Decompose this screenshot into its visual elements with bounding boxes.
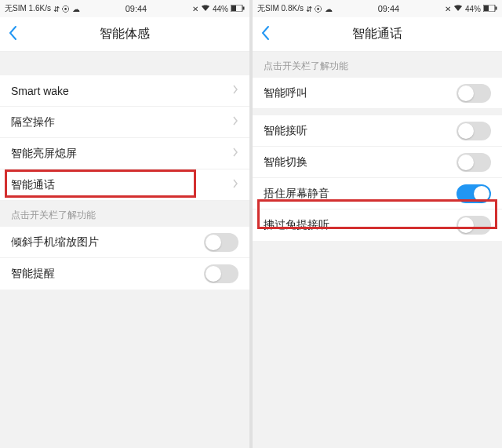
status-bar: 无SIM 1.6K/s ⇵ 🖸 ☁ 09:44 ✕ 44% [0,0,249,17]
clock-icon: 🖸 [62,5,70,13]
battery-icon [231,5,245,13]
page-title: 智能通话 [352,26,402,42]
chevron-right-icon [232,115,238,129]
svg-rect-4 [484,5,489,11]
battery-text: 44% [465,5,481,13]
item-label: 拂过免提接听 [264,218,329,232]
smart-switch-item[interactable]: 智能切换 [253,147,502,178]
svg-rect-1 [231,5,236,11]
toggle-knob [206,266,221,282]
usb-icon: ⇵ [53,5,60,13]
air-gesture-item[interactable]: 隔空操作 [0,107,249,138]
battery-text: 44% [213,5,228,13]
chevron-right-icon [232,178,238,192]
smart-screen-item[interactable]: 智能亮屏熄屏 [0,138,249,169]
item-label: 智能呼叫 [264,86,307,100]
toggle-knob [458,217,474,233]
toggle-knob [458,86,474,101]
nav-bar: 智能通话 [253,17,502,52]
usb-icon: ⇵ [306,5,312,13]
item-label: 捂住屏幕静音 [264,187,329,201]
sim-text: 无SIM 1.6K/s [5,3,51,14]
cover-mute-toggle[interactable] [457,184,491,203]
content-right: 点击开关栏了解功能 智能呼叫 智能接听 智能切换 捂住屏幕静音 拂过免提接听 [253,52,502,448]
status-right: ✕ 44% [192,4,245,13]
swipe-speaker-toggle[interactable] [457,216,491,235]
smart-answer-item[interactable]: 智能接听 [253,115,502,147]
gap [0,52,249,75]
item-label: 智能通话 [11,178,55,192]
status-left: 无SIM 0.8K/s ⇵ 🖸 ☁ [257,3,333,14]
smart-dial-toggle[interactable] [457,84,491,103]
item-label: 智能提醒 [11,267,55,281]
tilt-zoom-toggle[interactable] [204,233,238,252]
smart-switch-toggle[interactable] [457,153,491,172]
smart-dial-item[interactable]: 智能呼叫 [253,78,502,109]
status-time: 09:44 [126,4,147,13]
cloud-icon: ☁ [325,5,333,13]
smart-wake-item[interactable]: Smart wake [0,75,249,107]
smart-call-item[interactable]: 智能通话 [0,169,249,201]
swipe-speaker-item[interactable]: 拂过免提接听 [253,209,502,241]
mute-icon: ✕ [192,5,198,13]
item-label: 隔空操作 [11,115,55,129]
page-title: 智能体感 [100,26,150,42]
svg-rect-2 [242,6,244,9]
back-button[interactable] [8,25,17,44]
tilt-zoom-item[interactable]: 倾斜手机缩放图片 [0,227,249,258]
smart-answer-toggle[interactable] [457,122,491,140]
wifi-icon [453,4,463,13]
toggle-knob [206,235,221,250]
toggle-knob [474,186,489,202]
phone-left: 无SIM 1.6K/s ⇵ 🖸 ☁ 09:44 ✕ 44% 智能体感 Smart… [0,0,249,448]
content-left: Smart wake 隔空操作 智能亮屏熄屏 智能通话 点击开关栏了解功能 [0,52,249,448]
wifi-icon [201,4,210,13]
toggle-knob [458,155,474,170]
battery-icon [483,5,497,13]
phone-right: 无SIM 0.8K/s ⇵ 🖸 ☁ 09:44 ✕ 44% 智能通话 点击开关栏… [253,0,502,448]
sim-text: 无SIM 0.8K/s [257,3,304,14]
mute-icon: ✕ [445,5,451,13]
chevron-right-icon [232,84,238,98]
cover-mute-item[interactable]: 捂住屏幕静音 [253,178,502,209]
toggle-knob [458,123,474,139]
smart-remind-toggle[interactable] [204,264,238,283]
status-right: ✕ 44% [445,4,497,13]
back-button[interactable] [260,25,270,44]
item-label: 智能接听 [264,124,307,138]
svg-rect-5 [495,6,497,9]
section-hint: 点击开关栏了解功能 [253,52,502,78]
item-label: Smart wake [11,85,69,97]
cloud-icon: ☁ [72,5,80,13]
status-time: 09:44 [378,4,400,13]
status-bar: 无SIM 0.8K/s ⇵ 🖸 ☁ 09:44 ✕ 44% [253,0,502,17]
section-hint: 点击开关栏了解功能 [0,201,249,227]
item-label: 智能切换 [264,155,307,169]
item-label: 倾斜手机缩放图片 [11,235,99,249]
smart-remind-item[interactable]: 智能提醒 [0,258,249,290]
nav-bar: 智能体感 [0,17,249,52]
clock-icon: 🖸 [315,5,322,13]
gap [253,109,502,115]
chevron-right-icon [232,147,238,161]
status-left: 无SIM 1.6K/s ⇵ 🖸 ☁ [5,3,80,14]
item-label: 智能亮屏熄屏 [11,147,77,161]
